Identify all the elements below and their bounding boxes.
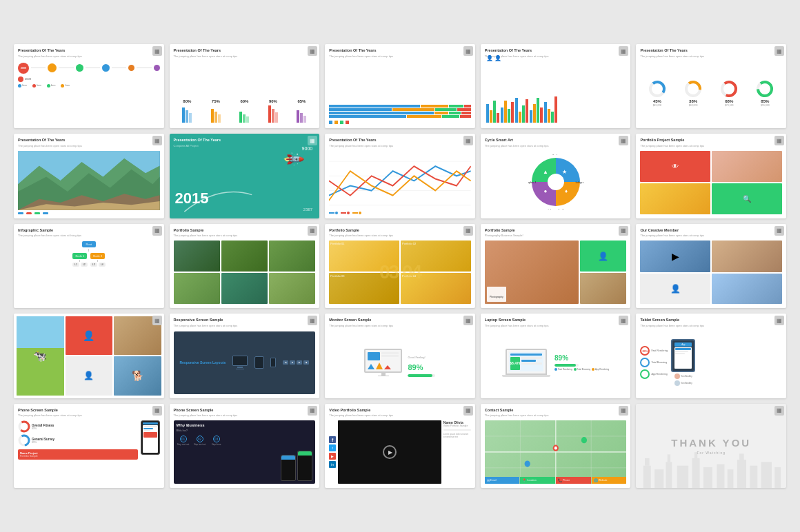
legend-color xyxy=(340,121,343,124)
phone-light-content: Overall Fitness 89% General Survey 89% xyxy=(18,420,160,484)
slide-20[interactable]: ▦ Tablet Screen Sample The jumping place… xyxy=(636,314,786,398)
hbar-fill xyxy=(421,105,449,108)
phone-dark-2 xyxy=(297,451,312,481)
slide-23[interactable]: ▦ Video Portfolio Sample The jumping pla… xyxy=(325,404,475,488)
tree-node: Node 2 xyxy=(90,253,105,259)
chart-line xyxy=(521,362,542,365)
slide-9-subtitle: The jumping place has been open stars at… xyxy=(485,144,627,147)
phone-header xyxy=(143,422,158,424)
slide-25[interactable]: ▦ THANK YOU xyxy=(636,404,786,488)
legend-item xyxy=(18,212,23,214)
corner-icon-10: ▦ xyxy=(774,136,784,145)
person-icon: 👤 xyxy=(598,252,608,261)
metric-text: $8,479 xyxy=(510,361,520,365)
stat-text: Overall Fitness 89% xyxy=(32,424,54,430)
social-icons: f t ▶ in xyxy=(329,420,336,484)
monitor-stand xyxy=(237,367,243,368)
tree-leaves: L1 L2 xyxy=(72,263,88,267)
slide-10[interactable]: ▦ Portfolio Project Sample The jumping p… xyxy=(636,134,786,218)
slide-14[interactable]: ▦ Portfolio Sample Photography Business … xyxy=(481,224,631,308)
svg-text:Infographic 1: Infographic 1 xyxy=(548,154,564,155)
bar-seg xyxy=(268,105,271,123)
infographic-tree: Root Node 1 L1 L2 Node 2 xyxy=(18,241,160,304)
svg-rect-43 xyxy=(666,462,672,488)
contact-tag-3: 📞 Phone xyxy=(556,477,591,484)
monitor-device xyxy=(232,356,248,369)
svg-rect-55 xyxy=(775,467,781,488)
legend-color xyxy=(329,121,332,124)
slide-5-title: Presentation Of The Years xyxy=(640,48,782,53)
slide-17-title: Responsive Screen Sample xyxy=(174,318,316,323)
web-icon: 🌐 xyxy=(594,478,598,482)
corner-icon-20: ▦ xyxy=(774,316,784,325)
vbars-container: 👤 👤 xyxy=(485,60,627,125)
timeline-legend: Item Item Item Item xyxy=(18,84,160,88)
city-svg xyxy=(636,451,786,488)
slide-16[interactable]: ▦ 🐄 👤 👤 🐕 xyxy=(14,314,164,398)
svg-rect-40 xyxy=(643,465,651,488)
slide-12[interactable]: ▦ Portfolio Sample The jumping place has… xyxy=(170,224,320,308)
slide-17[interactable]: ▦ Responsive Screen Sample The jumping p… xyxy=(170,314,320,398)
legend-dot xyxy=(32,84,36,88)
donut-label-1: $45,000 xyxy=(653,104,662,107)
slide-2[interactable]: ▦ Presentation Of The Years The jumping … xyxy=(170,44,320,128)
slide-3[interactable]: ▦ Presentation Of The Years The jumping … xyxy=(325,44,475,128)
slide-19[interactable]: ▦ Laptop Screen Sample The jumping place… xyxy=(481,314,631,398)
phone-text: Phone xyxy=(563,479,570,482)
slide-15[interactable]: ▦ Our Creative Member The jumping place … xyxy=(636,224,786,308)
legend-text: Item xyxy=(22,84,27,87)
slide-21-title: Phone Screen Sample xyxy=(18,408,160,413)
donut-svg-3 xyxy=(719,79,739,99)
tablet-frame: App xyxy=(671,339,695,372)
slide-24[interactable]: ▦ Contact Sample The jumping place has b… xyxy=(481,404,631,488)
ctrl-icon: ◀ xyxy=(285,361,286,364)
portfolio-img xyxy=(640,183,710,214)
laptop-screen-frame: $8,479 xyxy=(506,349,547,375)
slide-9[interactable]: ▦ Cycle Smart Art The jumping place has … xyxy=(481,134,631,218)
portfolio-numbers-grid: 03 04 Portfolio 01 Portfolio 02 Portfoli… xyxy=(329,241,471,304)
slide-21[interactable]: ▦ Phone Screen Sample The jumping place … xyxy=(14,404,164,488)
slide-12-title: Portfolio Sample xyxy=(174,228,316,233)
line-chart-legend xyxy=(329,212,471,214)
map-svg xyxy=(485,420,627,484)
svg-rect-45 xyxy=(677,465,688,488)
number2-text: 2387 xyxy=(303,207,312,212)
laptop-pct: 89% xyxy=(554,354,609,362)
slide-10-subtitle: The jumping place has been open stars at… xyxy=(640,144,782,147)
slide-7[interactable]: ▦ Presentation Of The Years Complete All… xyxy=(170,134,320,218)
slide-1[interactable]: ▦ Presentation Of The Years The jumping … xyxy=(14,44,164,128)
slide-4[interactable]: ▦ Presentation Of The Years The jumping … xyxy=(481,44,631,128)
video-divider xyxy=(443,429,471,431)
member-icon-1: ▶ xyxy=(672,251,679,262)
slide-22-subtitle: The jumping place has been open stars at… xyxy=(174,413,316,417)
map-bg xyxy=(485,420,627,484)
corner-icon-22: ▦ xyxy=(308,406,317,416)
slide-15-title: Our Creative Member xyxy=(640,228,782,233)
slide-18[interactable]: ▦ Monitor Screen Sample The jumping plac… xyxy=(325,314,475,398)
laptop-content-inner: $8,479 xyxy=(510,357,542,370)
tablet-device xyxy=(254,356,264,369)
person-icon: 👤 xyxy=(494,55,501,61)
contact-tags: ✉ Email 📍 Location 📞 Phone 🌐 Website xyxy=(485,477,627,484)
slide-23-subtitle: The jumping place has been open stars at… xyxy=(329,413,471,417)
slide-11[interactable]: ▦ Infographic Sample The jumping place h… xyxy=(14,224,164,308)
bar-visual-4 xyxy=(268,103,278,123)
member-photo-1 xyxy=(712,241,782,272)
slide-6[interactable]: ▦ Presentation Of The Years The jumping … xyxy=(14,134,164,218)
slide-18-subtitle: The jumping place has been open stars at… xyxy=(329,324,471,327)
hbar-row xyxy=(329,115,471,118)
corner-icon-2: ▦ xyxy=(308,46,317,56)
slide-13[interactable]: ▦ Portfolio Sample The jumping place has… xyxy=(325,224,475,308)
bar xyxy=(497,113,499,123)
laptop-metric: $8,479 xyxy=(510,357,520,370)
slide-8-title: Presentation Of The Years xyxy=(329,138,471,143)
slide-22[interactable]: ▦ Phone Screen Sample The jumping place … xyxy=(170,404,320,488)
svg-rect-49 xyxy=(717,464,725,488)
slide-8[interactable]: ▦ Presentation Of The Years The jumping … xyxy=(325,134,475,218)
svg-rect-48 xyxy=(703,467,712,488)
legend-dot xyxy=(592,368,594,371)
web-text: Website xyxy=(599,479,608,482)
slide-5[interactable]: ▦ Presentation Of The Years The jumping … xyxy=(636,44,786,128)
tree-leaf: L3 xyxy=(90,263,97,267)
ctrl-icon: ▶ xyxy=(299,361,300,364)
